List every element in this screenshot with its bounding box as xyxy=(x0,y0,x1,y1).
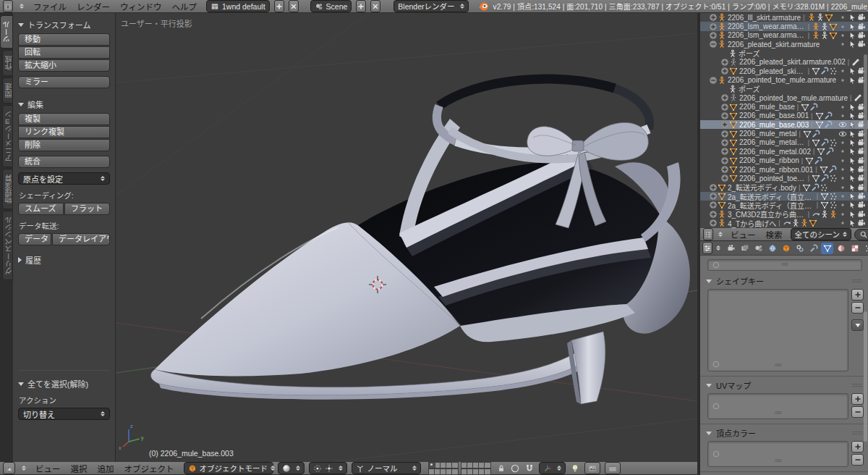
view3d-editor-type-button[interactable] xyxy=(3,462,15,474)
visibility-toggle[interactable] xyxy=(838,165,847,174)
outliner-row[interactable]: 2206_pleated_skirt.001| xyxy=(700,67,868,75)
outliner-row[interactable]: 2206_lsm_wear.armature.001| xyxy=(700,31,868,40)
panel-header-select-all[interactable]: 全てを選択(解除) xyxy=(18,378,110,390)
outliner-menu-item[interactable]: ビュー xyxy=(726,229,761,240)
properties-tab-world[interactable] xyxy=(766,243,778,254)
add-scene-button[interactable] xyxy=(356,0,366,12)
add-screen-button[interactable] xyxy=(274,0,284,12)
selectability-toggle[interactable] xyxy=(847,192,856,201)
render-toggle[interactable] xyxy=(856,22,866,31)
outliner-row[interactable]: 3_CM3D2直立から曲げへ| xyxy=(700,210,868,219)
remove-shape-key-button[interactable] xyxy=(851,302,864,314)
visibility-toggle[interactable] xyxy=(838,67,847,75)
outliner-row[interactable]: 2206_pointed_toe_mule.armature xyxy=(700,75,868,84)
render-toggle[interactable] xyxy=(856,201,866,209)
visibility-toggle[interactable] xyxy=(838,210,847,219)
render-toggle[interactable] xyxy=(856,219,866,227)
layer-toggle-5[interactable] xyxy=(451,462,459,468)
selectability-toggle[interactable] xyxy=(847,165,856,174)
info-menu-item[interactable]: ヘルプ xyxy=(167,1,203,12)
visibility-toggle[interactable] xyxy=(838,40,847,49)
shape-key-list[interactable] xyxy=(707,289,848,371)
lock-icon[interactable] xyxy=(497,464,506,473)
duplicate-button[interactable]: 複製 xyxy=(18,113,110,125)
selectability-toggle[interactable] xyxy=(847,22,856,31)
outliner-search-box[interactable] xyxy=(854,229,868,240)
selectability-toggle[interactable] xyxy=(847,138,856,147)
remove-vertex-color-button[interactable] xyxy=(851,454,864,466)
outliner-scrollbar[interactable] xyxy=(864,54,867,192)
outliner-row[interactable]: 2206_pleated_skirt.armature.002| xyxy=(700,58,868,67)
render-engine-selector[interactable]: Blenderレンダー xyxy=(393,0,468,12)
properties-editor-type-button[interactable] xyxy=(702,242,712,254)
properties-tab-scene[interactable] xyxy=(752,243,765,254)
outliner-row[interactable]: 2206_lll_skirt.armature| xyxy=(700,13,868,22)
view3d-menu-item[interactable]: 追加 xyxy=(93,463,119,474)
view3d-menu-item[interactable]: 選択 xyxy=(66,463,93,474)
render-animation-button[interactable] xyxy=(605,462,621,474)
visibility-toggle[interactable] xyxy=(838,192,847,201)
selectability-toggle[interactable] xyxy=(847,13,856,22)
visibility-toggle[interactable] xyxy=(838,130,847,138)
transform-orientation-dropdown[interactable]: ノーマル xyxy=(352,462,421,474)
selectability-toggle[interactable] xyxy=(847,156,856,165)
scale-button[interactable]: 拡大縮小 xyxy=(18,59,110,72)
properties-tab-render[interactable] xyxy=(725,243,737,254)
info-menu-item[interactable]: ファイル xyxy=(28,1,72,12)
toolshelf-tab-作成[interactable]: 作成 xyxy=(2,50,13,76)
close-scene-button[interactable] xyxy=(370,0,380,12)
outliner-row[interactable]: 2206_mule_ribbon| xyxy=(700,156,868,165)
3d-viewport[interactable]: z y x ユーザー・平行投影 (0) 2206_mule_base.003 xyxy=(116,13,697,462)
close-screen-button[interactable] xyxy=(289,0,299,12)
toolshelf-tab-アニメーション[interactable]: アニメーション xyxy=(2,105,13,167)
mirror-button[interactable]: ミラー xyxy=(18,76,110,88)
visibility-toggle[interactable] xyxy=(838,183,847,192)
mode-dropdown[interactable]: オブジェクトモード xyxy=(184,462,273,474)
render-toggle[interactable] xyxy=(856,210,866,219)
selectability-toggle[interactable] xyxy=(847,219,856,227)
view3d-menu-item[interactable]: ビュー xyxy=(30,463,66,474)
properties-tab-render-layers[interactable] xyxy=(739,243,751,254)
outliner-row[interactable]: 2206_pleated_skirt.armature xyxy=(700,40,868,49)
outliner-row[interactable]: 2206_mule_metal.001| xyxy=(700,138,868,147)
selectability-toggle[interactable] xyxy=(847,210,856,219)
context-breadcrumb[interactable] xyxy=(707,259,862,271)
visibility-toggle[interactable] xyxy=(838,112,847,120)
properties-tab-object[interactable] xyxy=(780,243,792,254)
viewport-shading-dropdown[interactable] xyxy=(278,462,305,474)
layer-toggle-15[interactable] xyxy=(484,462,491,468)
layer-toggle-20[interactable] xyxy=(484,468,491,475)
selectability-toggle[interactable] xyxy=(847,183,856,192)
pivot-point-dropdown[interactable] xyxy=(309,462,347,474)
visibility-toggle[interactable] xyxy=(838,156,847,165)
selectability-toggle[interactable] xyxy=(847,40,856,49)
view3d-menu-item[interactable]: オブジェクト xyxy=(119,463,179,474)
vertex-color-list[interactable] xyxy=(707,441,848,467)
panel-header-history[interactable]: 履歴 xyxy=(18,254,110,266)
shade-flat-button[interactable]: フラット xyxy=(64,203,110,215)
layer-toggle-10[interactable] xyxy=(451,468,459,475)
toolshelf-tab-物理演算[interactable]: 物理演算 xyxy=(2,169,13,209)
lamp-icon[interactable] xyxy=(570,463,580,474)
info-editor-type-button[interactable] xyxy=(3,0,13,12)
visibility-toggle[interactable] xyxy=(838,201,847,209)
outliner-row[interactable]: 4_Tから曲げへ| xyxy=(700,219,868,227)
visibility-toggle[interactable] xyxy=(838,147,847,156)
visibility-toggle[interactable] xyxy=(838,219,847,227)
outliner-row[interactable]: 2206_mule_base.003| xyxy=(700,120,868,129)
visibility-toggle[interactable] xyxy=(838,103,847,112)
scene-selector[interactable]: Scene xyxy=(310,0,352,12)
set-origin-dropdown[interactable]: 原点を設定 xyxy=(18,172,110,185)
render-toggle[interactable] xyxy=(856,13,866,22)
info-menu-item[interactable]: レンダー xyxy=(72,1,115,12)
panel-header-transform[interactable]: トランスフォーム xyxy=(18,19,110,30)
shape-key-specials-button[interactable] xyxy=(851,319,864,331)
properties-tab-material[interactable] xyxy=(835,243,847,254)
selectability-toggle[interactable] xyxy=(847,103,856,112)
action-dropdown[interactable]: 切り替え xyxy=(18,408,110,420)
rotate-button[interactable]: 回転 xyxy=(18,46,110,59)
properties-tab-modifiers[interactable] xyxy=(807,243,820,254)
visibility-toggle[interactable] xyxy=(838,13,847,22)
render-toggle[interactable] xyxy=(856,192,866,201)
visibility-toggle[interactable] xyxy=(838,22,847,31)
